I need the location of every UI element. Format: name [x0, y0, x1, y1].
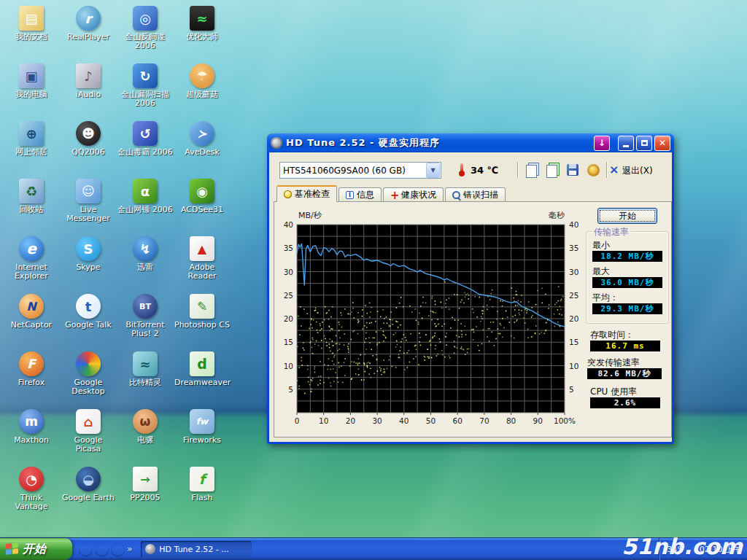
close-button[interactable]: ✕ — [654, 136, 670, 151]
save-screenshot-button[interactable] — [567, 163, 581, 177]
desktop-icon-label: 超级蘑菇 — [186, 90, 218, 99]
desktop-icon[interactable]: ↺ 金山毒霸 2006 — [117, 118, 174, 176]
desktop-icon[interactable]: ↯ 迅雷 — [117, 233, 174, 291]
svg-text:20: 20 — [284, 314, 293, 323]
quick-launch-overflow-chevron[interactable]: » — [127, 544, 132, 554]
download-update-button[interactable]: ↓ — [594, 136, 610, 151]
app-icon: ↯ — [133, 236, 158, 261]
app-icon: ▤ — [19, 6, 44, 31]
app-icon: ◔ — [19, 467, 44, 491]
tab-benchmark[interactable]: 基准检查 — [276, 185, 337, 202]
app-icon: α — [133, 179, 158, 203]
minimize-button[interactable] — [618, 136, 634, 151]
title-bar[interactable]: HD Tune 2.52 - 硬盘实用程序 ↓ ✕ — [267, 133, 674, 152]
desktop-icon[interactable]: BT BitTorrent Plus! 2 — [117, 291, 174, 349]
tab-error-scan[interactable]: 错误扫描 — [445, 187, 506, 202]
desktop-icon[interactable]: ◔ Think Vantage — [3, 464, 60, 521]
desktop-icon[interactable]: ⌂ Google Picasa — [60, 406, 117, 464]
drive-selector-value: HTS541060G9SA00 (60 GB) — [280, 166, 425, 176]
drive-temperature: 34 ℃ — [471, 165, 498, 176]
desktop-icon[interactable]: r RealPlayer — [60, 3, 117, 61]
quick-launch — [80, 543, 124, 556]
desktop-icon[interactable]: ♻ 回收站 — [3, 176, 60, 233]
desktop-icon[interactable]: ≈ 优化大师 — [174, 3, 231, 61]
taskbar-button-hdtune[interactable]: HD Tune 2.52 - ... — [141, 541, 252, 558]
tab-info[interactable]: 信息 — [338, 187, 382, 202]
tab-health[interactable]: 健康状况 — [383, 187, 444, 202]
desktop-icon[interactable]: ◒ Google Earth — [60, 464, 117, 521]
info-icon — [346, 191, 354, 199]
thermometer-icon — [460, 163, 464, 176]
quick-launch-icon[interactable] — [80, 543, 92, 556]
desktop-icon[interactable]: f Flash — [174, 464, 231, 521]
desktop-icon-label: Fireworks — [183, 436, 221, 445]
hdtune-window: HD Tune 2.52 - 硬盘实用程序 ↓ ✕ HTS541060G9SA0… — [267, 133, 674, 444]
desktop-icon[interactable]: F Firefox — [3, 349, 60, 406]
drive-selector[interactable]: HTS541060G9SA00 (60 GB) ▼ — [279, 162, 441, 179]
desktop-icon[interactable]: ◎ 金山反间谍 2006 — [117, 3, 174, 61]
desktop-icon[interactable]: N NetCaptor — [3, 291, 60, 349]
start-benchmark-button[interactable]: 开始 — [597, 208, 657, 224]
maximize-button[interactable] — [636, 136, 652, 151]
desktop-icon[interactable]: S Skype — [60, 233, 117, 291]
svg-text:10: 10 — [284, 362, 293, 370]
desktop-icon[interactable]: fw Fireworks — [174, 406, 231, 464]
desktop-icon-label: Photoshop CS — [174, 321, 230, 330]
transfer-rate-group: 传输速率 最小 18.2 MB/秒 最大 36.0 MB/秒 平均： 29.3 … — [586, 231, 669, 324]
quick-launch-icon[interactable] — [96, 543, 108, 556]
toolbar-separator — [606, 162, 607, 178]
desktop-icon[interactable]: ω 电骡 — [117, 406, 174, 464]
desktop-icon-label: Adobe Reader — [174, 263, 230, 281]
desktop-icon[interactable]: ♪ iAudio — [60, 61, 117, 118]
copy-screenshot-button[interactable] — [546, 163, 561, 177]
app-icon: S — [76, 236, 101, 261]
desktop-icon[interactable]: m Maxthon — [3, 406, 60, 464]
svg-text:80: 80 — [506, 416, 516, 425]
svg-text:30: 30 — [372, 416, 382, 425]
desktop-icon[interactable]: Google Desktop — [60, 349, 117, 406]
min-value: 18.2 MB/秒 — [592, 251, 662, 262]
desktop-icon-label: Internet Explorer — [4, 263, 59, 281]
start-button[interactable]: 开始 — [0, 538, 72, 560]
desktop-icon[interactable]: ≈ 比特精灵 — [117, 349, 174, 406]
svg-text:15: 15 — [569, 338, 578, 346]
desktop-icon-label: 金山毒霸 2006 — [117, 148, 173, 157]
desktop-icon[interactable]: ↻ 金山漏洞扫描 2006 — [117, 61, 174, 118]
desktop-icon[interactable]: d Dreamweaver — [174, 349, 231, 406]
cpu-usage-label: CPU 使用率 — [590, 386, 637, 398]
desktop-icon-label: PP2005 — [130, 494, 160, 502]
desktop-icon-label: BitTorrent Plus! 2 — [117, 321, 173, 338]
svg-text:35: 35 — [569, 244, 578, 252]
desktop-icon[interactable]: ⊕ 网上邻居 — [3, 118, 60, 176]
options-button[interactable] — [587, 163, 602, 177]
desktop-icon[interactable]: ✎ Photoshop CS — [174, 291, 231, 349]
desktop-icon[interactable]: ☻ QQ2006 — [60, 118, 117, 176]
minimize-icon — [623, 145, 629, 147]
desktop-icon[interactable]: ▲ Adobe Reader — [174, 233, 231, 291]
benchmark-chart: MB/秒毫秒4035302520151054035302520151050102… — [274, 203, 592, 431]
app-icon: m — [19, 409, 44, 434]
taskbar-button-label: HD Tune 2.52 - ... — [159, 545, 228, 554]
avg-label: 平均： — [592, 292, 619, 304]
desktop-icon[interactable]: α 金山网镖 2006 — [117, 176, 174, 233]
copy-to-clipboard-button[interactable] — [526, 163, 541, 177]
desktop-icon-label: 网上邻居 — [15, 148, 47, 157]
desktop-icon[interactable]: → PP2005 — [117, 464, 174, 521]
chevron-down-icon[interactable]: ▼ — [426, 163, 440, 178]
desktop-icon[interactable]: ☂ 超级蘑菇 — [174, 61, 231, 118]
desktop-icon-label: RealPlayer — [67, 33, 109, 42]
desktop-icon[interactable]: ☺ Live Messenger — [60, 176, 117, 233]
desktop-icon-label: Think Vantage — [4, 494, 59, 511]
exit-button[interactable]: 退出(X) — [622, 165, 653, 177]
desktop-icon[interactable]: ≻ AveDesk — [174, 118, 231, 176]
min-label: 最小 — [592, 239, 610, 252]
quick-launch-icon[interactable] — [112, 543, 124, 556]
desktop-icon[interactable]: ▣ 我的电脑 — [3, 61, 60, 118]
desktop-icon[interactable]: ▤ 我的文档 — [3, 3, 60, 61]
exit-x-icon: × — [609, 163, 619, 176]
desktop-icon[interactable]: t Google Talk — [60, 291, 117, 349]
windows-logo-icon — [6, 542, 18, 555]
desktop-icon[interactable]: e Internet Explorer — [3, 233, 60, 291]
desktop-icon[interactable]: ◉ ACDSee31 — [174, 176, 231, 233]
svg-text:毫秒: 毫秒 — [549, 211, 565, 220]
